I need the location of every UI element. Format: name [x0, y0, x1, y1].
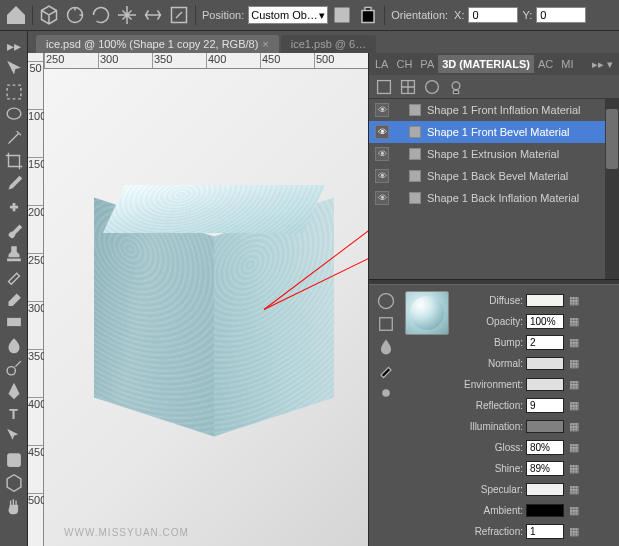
panel-tab[interactable]: LA — [371, 55, 392, 73]
specular-swatch[interactable] — [526, 483, 564, 496]
svg-point-6 — [7, 367, 15, 375]
ambient-menu-icon[interactable]: ▦ — [567, 503, 581, 517]
sphere-preview-icon[interactable] — [375, 291, 397, 311]
blur-tool-icon[interactable] — [3, 334, 25, 356]
shine-menu-icon[interactable]: ▦ — [567, 461, 581, 475]
scene-filter-icon[interactable] — [375, 78, 393, 96]
bump-menu-icon[interactable]: ▦ — [567, 335, 581, 349]
material-row[interactable]: 👁Shape 1 Front Bevel Material — [369, 121, 619, 143]
visibility-icon[interactable]: 👁 — [375, 169, 389, 183]
light-filter-icon[interactable] — [447, 78, 465, 96]
cube-icon[interactable] — [37, 3, 61, 27]
panel-tab-strip: LACHPA3D (MATERIALS)ACMI▸▸ ▾ — [369, 53, 619, 75]
panel-tab[interactable]: PA — [416, 55, 438, 73]
material-row[interactable]: 👁Shape 1 Extrusion Material — [369, 143, 619, 165]
gloss-input[interactable]: 80% — [526, 440, 564, 455]
save-icon[interactable] — [330, 3, 354, 27]
heal-tool-icon[interactable] — [3, 196, 25, 218]
gloss-menu-icon[interactable]: ▦ — [567, 440, 581, 454]
grip-icon[interactable]: ▸▸ — [3, 35, 25, 57]
pen-tool-icon[interactable] — [3, 380, 25, 402]
mesh-filter-icon[interactable] — [399, 78, 417, 96]
roll-icon[interactable] — [89, 3, 113, 27]
ambient-swatch[interactable] — [526, 504, 564, 517]
material-row[interactable]: 👁Shape 1 Front Inflation Material — [369, 99, 619, 121]
picker-icon[interactable] — [375, 360, 397, 380]
slide-icon[interactable] — [141, 3, 165, 27]
svg-rect-5 — [7, 318, 21, 326]
close-icon[interactable]: × — [262, 38, 268, 50]
material-row[interactable]: 👁Shape 1 Back Bevel Material — [369, 165, 619, 187]
visibility-icon[interactable]: 👁 — [375, 147, 389, 161]
diffuse-menu-icon[interactable]: ▦ — [567, 293, 581, 307]
scale-icon[interactable] — [167, 3, 191, 27]
stamp-tool-icon[interactable] — [3, 242, 25, 264]
type-tool-icon[interactable]: T — [3, 403, 25, 425]
material-preview[interactable] — [405, 291, 449, 335]
specular-menu-icon[interactable]: ▦ — [567, 482, 581, 496]
position-dropdown[interactable]: Custom Ob…▾ — [248, 6, 328, 24]
diffuse-swatch[interactable] — [526, 294, 564, 307]
bump-input[interactable]: 2 — [526, 335, 564, 350]
crop-tool-icon[interactable] — [3, 150, 25, 172]
material-swatch — [409, 170, 421, 182]
panel-tab[interactable]: CH — [392, 55, 416, 73]
shine-input[interactable]: 89% — [526, 461, 564, 476]
path-tool-icon[interactable] — [3, 426, 25, 448]
gradient-tool-icon[interactable] — [3, 311, 25, 333]
doc-tab-1[interactable]: ice.psd @ 100% (Shape 1 copy 22, RGB/8)× — [36, 35, 279, 53]
panel-menu-icon[interactable]: ▸▸ ▾ — [588, 55, 617, 74]
delete-icon[interactable] — [356, 3, 380, 27]
sample-icon[interactable] — [375, 383, 397, 403]
material-row[interactable]: 👁Shape 1 Back Inflation Material — [369, 187, 619, 209]
drop-icon[interactable] — [375, 337, 397, 357]
lasso-tool-icon[interactable] — [3, 104, 25, 126]
pan-icon[interactable] — [115, 3, 139, 27]
reflection-menu-icon[interactable]: ▦ — [567, 398, 581, 412]
scrollbar[interactable] — [605, 99, 619, 279]
brush-tool-icon[interactable] — [3, 219, 25, 241]
move-tool-icon[interactable] — [3, 58, 25, 80]
normal-menu-icon[interactable]: ▦ — [567, 356, 581, 370]
reflection-input[interactable]: 9 — [526, 398, 564, 413]
environment-swatch[interactable] — [526, 378, 564, 391]
normal-swatch[interactable] — [526, 357, 564, 370]
visibility-icon[interactable]: 👁 — [375, 103, 389, 117]
illumination-swatch[interactable] — [526, 420, 564, 433]
eyedropper-tool-icon[interactable] — [3, 173, 25, 195]
doc-tab-2[interactable]: ice1.psb @ 6… — [281, 35, 376, 53]
rotate-icon[interactable] — [63, 3, 87, 27]
horizontal-ruler: 250300350400450500 — [44, 53, 368, 69]
panel-tab[interactable]: AC — [534, 55, 557, 73]
x-input[interactable]: 0 — [468, 7, 518, 23]
opacity-menu-icon[interactable]: ▦ — [567, 314, 581, 328]
new-material-icon[interactable] — [375, 314, 397, 334]
illumination-menu-icon[interactable]: ▦ — [567, 419, 581, 433]
history-brush-icon[interactable] — [3, 265, 25, 287]
shape-tool-icon[interactable] — [3, 449, 25, 471]
opacity-input[interactable]: 100% — [526, 314, 564, 329]
panel-tab[interactable]: MI — [557, 55, 577, 73]
refraction-row: Refraction:1▦ — [455, 522, 615, 540]
y-input[interactable]: 0 — [536, 7, 586, 23]
hand-tool-icon[interactable] — [3, 495, 25, 517]
visibility-icon[interactable]: 👁 — [375, 125, 389, 139]
dodge-tool-icon[interactable] — [3, 357, 25, 379]
wand-tool-icon[interactable] — [3, 127, 25, 149]
refraction-input[interactable]: 1 — [526, 524, 564, 539]
svg-point-14 — [382, 389, 390, 397]
panel-tab[interactable]: 3D (MATERIALS) — [438, 55, 534, 73]
3d-tool-icon[interactable] — [3, 472, 25, 494]
refraction-menu-icon[interactable]: ▦ — [567, 524, 581, 538]
materials-list[interactable]: 👁Shape 1 Front Inflation Material👁Shape … — [369, 99, 619, 279]
environment-menu-icon[interactable]: ▦ — [567, 377, 581, 391]
scroll-thumb[interactable] — [606, 109, 618, 169]
canvas[interactable]: WWW.MISSYUAN.COM — [44, 69, 368, 546]
home-icon[interactable] — [4, 3, 28, 27]
marquee-tool-icon[interactable] — [3, 81, 25, 103]
visibility-icon[interactable]: 👁 — [375, 191, 389, 205]
reflection-row: Reflection:9▦ — [455, 396, 615, 414]
normal-row: Normal:▦ — [455, 354, 615, 372]
eraser-tool-icon[interactable] — [3, 288, 25, 310]
material-filter-icon[interactable] — [423, 78, 441, 96]
